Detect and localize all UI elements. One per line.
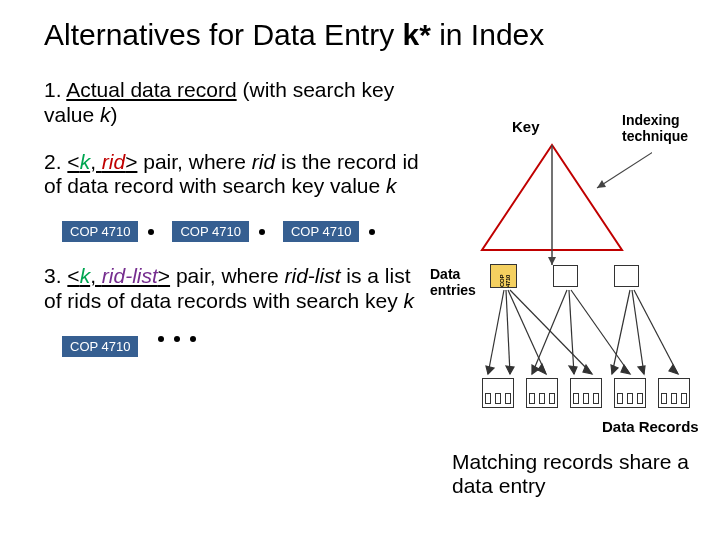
alt-2: 2. <k, rid> pair, where rid is the recor… — [44, 150, 424, 200]
kbox-unit: COP 4710 — [172, 221, 264, 242]
svg-line-15 — [569, 290, 574, 374]
index-triangle-icon — [472, 140, 652, 270]
alt-2-rid: rid — [102, 150, 125, 173]
kbox: COP 4710 — [62, 336, 138, 357]
alt-3-ridlist: rid-list — [102, 264, 158, 287]
alt-3-ridlist2: rid-list — [284, 264, 340, 287]
data-page — [526, 378, 558, 408]
data-records-label: Data Records — [602, 418, 699, 435]
alt-3-boxes: COP 4710 — [62, 336, 424, 357]
alt-3-open: < — [67, 264, 79, 287]
svg-marker-24 — [669, 365, 678, 374]
dots-icon — [158, 336, 196, 357]
svg-marker-16 — [569, 366, 577, 374]
svg-marker-4 — [597, 180, 606, 188]
key-label: Key — [512, 118, 540, 135]
alt-2-rid2: rid — [252, 150, 275, 173]
alt-2-k: k — [80, 150, 91, 173]
alt-1-num: 1. — [44, 78, 66, 101]
title-pre: Alternatives for Data Entry — [44, 18, 402, 51]
alt-1-rest2: ) — [111, 103, 118, 126]
title-post: in Index — [431, 18, 544, 51]
kbox: COP 4710 — [62, 221, 138, 242]
svg-line-7 — [506, 290, 510, 374]
data-page — [658, 378, 690, 408]
data-entry-box — [490, 264, 517, 288]
svg-line-9 — [508, 290, 546, 374]
title-kstar: k* — [402, 18, 430, 51]
svg-marker-14 — [532, 365, 539, 374]
data-page — [614, 378, 646, 408]
alt-3-rest1: pair, where — [170, 264, 284, 287]
data-records-row — [482, 378, 690, 408]
alt-2-comma: , — [90, 150, 102, 173]
pointer-arrows-icon — [482, 288, 702, 383]
dot-icon — [148, 229, 154, 235]
entries-label: Data entries — [430, 266, 486, 298]
kbox: COP 4710 — [172, 221, 248, 242]
data-page — [482, 378, 514, 408]
kbox: COP 4710 — [283, 221, 359, 242]
svg-line-21 — [632, 290, 644, 374]
svg-line-13 — [532, 290, 567, 374]
kbox-unit: COP 4710 — [62, 221, 154, 242]
alt-2-close: > — [125, 150, 137, 173]
svg-marker-6 — [486, 366, 494, 374]
data-entry-empty — [553, 265, 578, 287]
svg-marker-18 — [621, 365, 630, 374]
alt-1-k: k — [100, 103, 111, 126]
alt-1-underline: Actual data record — [66, 78, 236, 101]
alt-3-num: 3. — [44, 264, 67, 287]
alt-2-num: 2. — [44, 150, 67, 173]
dot-icon — [369, 229, 375, 235]
alt-3-k2: k — [404, 289, 415, 312]
svg-line-5 — [488, 290, 504, 374]
alt-2-k2: k — [386, 174, 397, 197]
data-page — [570, 378, 602, 408]
alt-3: 3. <k, rid-list> pair, where rid-list is… — [44, 264, 424, 314]
alt-3-close: > — [158, 264, 170, 287]
svg-marker-8 — [506, 366, 514, 374]
data-entry-empty — [614, 265, 639, 287]
alt-2-boxes: COP 4710 COP 4710 COP 4710 — [62, 221, 424, 242]
alt-3-k: k — [80, 264, 91, 287]
svg-line-3 — [597, 143, 652, 188]
left-column: 1. Actual data record (with search key v… — [44, 78, 424, 379]
data-entries-row — [490, 264, 639, 288]
alt-2-rest1: pair, where — [137, 150, 251, 173]
slide-title: Alternatives for Data Entry k* in Index — [0, 0, 720, 52]
alt-2-open: < — [67, 150, 79, 173]
alt-3-comma: , — [90, 264, 102, 287]
svg-marker-20 — [611, 365, 618, 374]
svg-line-23 — [634, 290, 678, 374]
dot-icon — [259, 229, 265, 235]
kbox-unit: COP 4710 — [283, 221, 375, 242]
svg-marker-22 — [638, 366, 645, 374]
alt-1: 1. Actual data record (with search key v… — [44, 78, 424, 128]
caption-text: Matching records share a data entry — [452, 450, 712, 498]
